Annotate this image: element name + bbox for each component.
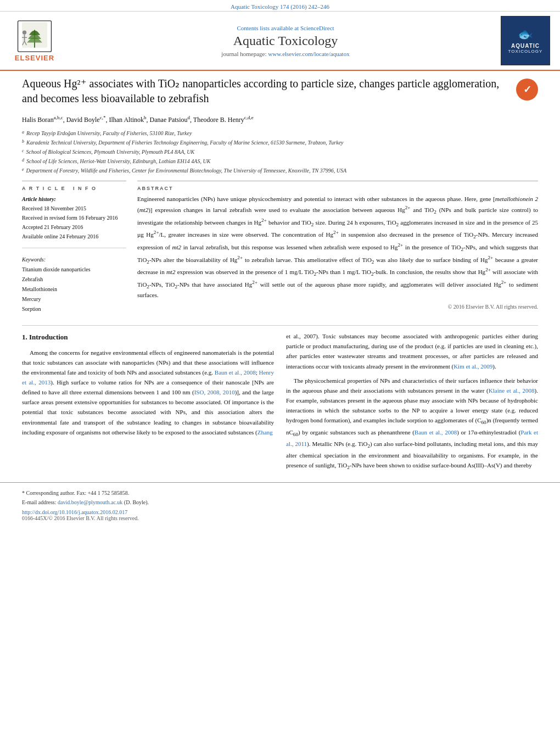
affiliation-b: b Karadeniz Technical University, Depart… xyxy=(22,138,538,147)
accepted-date: Accepted 21 February 2016 xyxy=(22,222,126,232)
section-title: Introduction xyxy=(29,333,68,341)
ref-kim-2009[interactable]: Kim et al., 2009 xyxy=(453,363,492,370)
affiliation-c: c School of Biological Sciences, Plymout… xyxy=(22,147,538,157)
citation-bar: Aquatic Toxicology 174 (2016) 242–246 xyxy=(0,0,560,12)
keyword-4: Mercury xyxy=(22,294,126,304)
body-col-right: et al., 2007). Toxic substances may beco… xyxy=(286,331,538,477)
intro-para1-text: Among the concerns for negative environm… xyxy=(22,349,274,436)
divider-info xyxy=(22,248,126,248)
intro-para3: The physicochemical properties of NPs an… xyxy=(286,376,538,472)
ref-zhang[interactable]: Zhang xyxy=(257,429,273,436)
intro-para2-text: et al., 2007). Toxic substances may beco… xyxy=(286,333,538,369)
article-info-section-label: A R T I C L E I N F O xyxy=(22,186,126,191)
fish-icon: 🐟 xyxy=(518,27,533,42)
affiliation-a-text: Recep Tayyip Erdoğan University, Faculty… xyxy=(26,129,192,138)
intro-para2: et al., 2007). Toxic substances may beco… xyxy=(286,331,538,371)
authors-text: Halis Borana,b,c, David Boylec,*, Ilhan … xyxy=(22,116,254,124)
aquatic-logo-line1: AQUATIC xyxy=(511,43,540,49)
affiliation-d-text: School of Life Sciences, Heriot-Watt Uni… xyxy=(26,157,210,166)
keyword-1: Titanium dioxide nanoparticles xyxy=(22,265,126,275)
affiliation-b-text: Karadeniz Technical University, Departme… xyxy=(26,138,344,147)
abstract-section-label: ABSTRACT xyxy=(137,186,538,191)
title-text: Aqueous Hg²⁺ associates with TiO₂ nanopa… xyxy=(22,77,499,104)
affiliation-a: a Recep Tayyip Erdoğan University, Facul… xyxy=(22,129,538,138)
keyword-5: Sorption xyxy=(22,304,126,314)
article-title-section: Aqueous Hg²⁺ associates with TiO₂ nanopa… xyxy=(22,76,538,109)
elsevier-logo: ELSEVIER xyxy=(10,20,59,62)
corresponding-footnote: * Corresponding author. Fax: +44 1 752 5… xyxy=(22,488,538,498)
doi-link[interactable]: http://dx.doi.org/10.1016/j.aquatox.2016… xyxy=(22,509,127,515)
email-label: E-mail address: xyxy=(22,499,56,505)
ref-park-2011[interactable]: Park et al., 2011 xyxy=(286,429,538,447)
ref-klaine-2008[interactable]: Klaine et al., 2008 xyxy=(489,387,535,394)
intro-para3-text: The physicochemical properties of NPs an… xyxy=(286,377,538,469)
header-center: Contents lists available at ScienceDirec… xyxy=(70,25,501,57)
homepage-url[interactable]: www.elsevier.com/locate/aquatox xyxy=(268,51,349,57)
body-section: 1. Introduction Among the concerns for n… xyxy=(0,331,560,477)
citation-text: Aquatic Toxicology 174 (2016) 242–246 xyxy=(231,3,329,10)
affiliation-c-text: School of Biological Sciences, Plymouth … xyxy=(26,147,195,157)
ref-baun-2008[interactable]: Baun et al., 2008 xyxy=(215,369,256,376)
abstract-content: Engineered nanoparticles (NPs) have uniq… xyxy=(137,196,538,298)
issn-line: 0166-445X/© 2016 Elsevier B.V. All right… xyxy=(22,515,538,521)
affiliations: a Recep Tayyip Erdoğan University, Facul… xyxy=(22,129,538,175)
elsevier-tree-icon xyxy=(15,20,54,53)
email-link[interactable]: david.boyle@plymouth.ac.uk xyxy=(58,499,122,505)
footnote-area: * Corresponding author. Fax: +44 1 752 5… xyxy=(0,482,560,525)
keyword-2: Zebrafish xyxy=(22,275,126,284)
article-main: Aqueous Hg²⁺ associates with TiO₂ nanopa… xyxy=(0,71,560,320)
aquatic-toxicology-logo: 🐟 AQUATIC TOXIcoLOGY xyxy=(501,16,550,65)
journal-title: Aquatic Toxicology xyxy=(70,34,501,48)
email-name: (D. Boyle). xyxy=(124,499,149,505)
authors-line: Halis Borana,b,c, David Boylec,*, Ilhan … xyxy=(22,114,538,125)
section-num: 1. xyxy=(22,333,27,341)
keyword-3: Metallothionein xyxy=(22,284,126,294)
doi-line: http://dx.doi.org/10.1016/j.aquatox.2016… xyxy=(22,509,538,515)
corresponding-text: * Corresponding author. Fax: +44 1 752 5… xyxy=(22,490,129,496)
ref-iso-2008[interactable]: ISO, 2008, 2010 xyxy=(194,389,235,395)
article-info-block: Article history: Received 18 November 20… xyxy=(22,194,126,241)
svg-point-3 xyxy=(23,30,26,34)
revised-date: Received in revised form 16 February 201… xyxy=(22,213,126,222)
abstract-text: Engineered nanoparticles (NPs) have uniq… xyxy=(137,194,538,300)
received-date: Received 18 November 2015 xyxy=(22,204,126,213)
body-col-left: 1. Introduction Among the concerns for n… xyxy=(22,331,274,477)
copyright-line: © 2016 Elsevier B.V. All rights reserved… xyxy=(137,304,538,310)
online-date: Available online 24 February 2016 xyxy=(22,232,126,241)
abstract-col: ABSTRACT Engineered nanoparticles (NPs) … xyxy=(137,181,538,314)
crossmark-badge: ✓ xyxy=(516,79,538,101)
email-footnote: E-mail address: david.boyle@plymouth.ac.… xyxy=(22,498,538,507)
intro-heading: 1. Introduction xyxy=(22,331,274,343)
article-title: Aqueous Hg²⁺ associates with TiO₂ nanopa… xyxy=(22,76,509,106)
sciencedirect-link-text: ScienceDirect xyxy=(300,25,334,31)
sciencedirect-label: Contents lists available at ScienceDirec… xyxy=(70,25,501,31)
article-history-label: Article history: xyxy=(22,194,126,204)
elsevier-label: ELSEVIER xyxy=(15,54,54,62)
affiliation-e: e Department of Forestry, Wildlife and F… xyxy=(22,166,538,175)
article-info-abstract: A R T I C L E I N F O Article history: R… xyxy=(22,181,538,314)
keywords-block: Keywords: Titanium dioxide nanoparticles… xyxy=(22,255,126,314)
ref-baun2-2008[interactable]: Baun et al., 2008 xyxy=(415,429,457,436)
article-info-col: A R T I C L E I N F O Article history: R… xyxy=(22,181,126,314)
journal-homepage: journal homepage: www.elsevier.com/locat… xyxy=(70,51,501,57)
affiliation-e-text: Department of Forestry, Wildlife and Fis… xyxy=(26,166,347,175)
journal-header: ELSEVIER Contents lists available at Sci… xyxy=(0,12,560,71)
aquatic-logo-line2: TOXIcoLOGY xyxy=(508,49,543,54)
keywords-label: Keywords: xyxy=(22,255,126,265)
intro-para1: Among the concerns for negative environm… xyxy=(22,348,274,437)
affiliation-d: d School of Life Sciences, Heriot-Watt U… xyxy=(22,157,538,166)
